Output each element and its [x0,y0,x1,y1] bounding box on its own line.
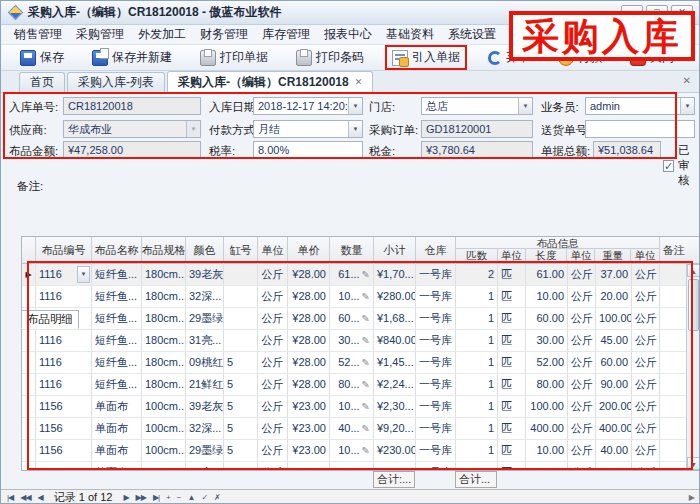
cell-11[interactable]: 匹 [498,308,526,329]
cell-0[interactable]: 1116▼ [36,264,92,285]
cell-15[interactable]: 公斤 [632,440,660,461]
scrollbar-thumb[interactable] [688,279,699,331]
cell-2[interactable]: 180cm... [142,308,186,329]
cell-11[interactable]: 匹 [498,462,526,470]
cell-16[interactable] [660,264,688,285]
cell-2[interactable]: 100... [142,462,186,470]
cell-11[interactable]: 匹 [498,418,526,439]
save-button[interactable]: 保存 [13,45,71,70]
tab-1[interactable]: 采购入库-列表 [67,72,165,92]
cell-3[interactable]: 21鲜红 [186,374,224,395]
cell-15[interactable]: 公斤 [632,396,660,417]
cell-12[interactable]: 61.00 [526,264,568,285]
cell-1[interactable]: 短纤鱼... [92,286,142,307]
grid-header-col-6[interactable]: 单价 [288,237,330,264]
form-field-1-2[interactable]: GD18120001 [421,120,533,138]
nav-edit-button[interactable]: ▲ [187,493,194,502]
cell-7[interactable]: 40...✎ [330,418,374,439]
grid-header-col-10[interactable]: 匹数 [456,249,498,263]
cell-9[interactable]: 一号库 [416,396,456,417]
cell-5[interactable]: 公斤 [258,396,288,417]
dropdown-arrow-icon[interactable]: ▼ [518,98,532,114]
cell-13[interactable]: 公斤 [568,264,596,285]
cell-0[interactable]: 1116 [36,374,92,395]
cell-10[interactable]: 1 [456,462,498,470]
grid-header-col-9[interactable]: 仓库 [416,237,456,264]
cell-8[interactable]: ¥1,68... [374,308,416,329]
grid-header-col-5[interactable]: 单位 [258,237,288,264]
cell-16[interactable] [660,440,688,461]
cell-10[interactable]: 1 [456,308,498,329]
cell-16[interactable] [660,330,688,351]
grid-header-col-7[interactable]: 数量 [330,237,374,264]
grid-vertical-scrollbar[interactable]: ▲ ▼ [686,264,700,470]
cell-9[interactable]: 一号库 [416,462,456,470]
cell-15[interactable]: 公斤 [632,352,660,373]
nav-next-button[interactable]: ▶ [123,493,128,502]
form-field-1-0[interactable]: 华成布业▼ [63,120,201,138]
dropdown-arrow-icon[interactable]: ▼ [348,121,362,137]
cell-16[interactable] [660,396,688,417]
cell-0[interactable]: 1156 [36,396,92,417]
pencil-icon[interactable]: ✎ [362,423,370,434]
cell-14[interactable]: 90.00 [596,374,632,395]
cell-5[interactable]: 公斤 [258,286,288,307]
cell-7[interactable]: 60...✎ [330,308,374,329]
cell-1[interactable]: 短纤鱼... [92,374,142,395]
cell-dropdown-icon[interactable]: ▼ [77,266,90,283]
nav-last-button[interactable]: ▶| [153,493,159,502]
cell-14[interactable]: 40.00 [596,440,632,461]
cell-14[interactable]: 400.00 [596,418,632,439]
cell-2[interactable]: 100cm... [142,418,186,439]
grid-header-col-16[interactable]: 备注 [660,237,688,264]
cell-4[interactable]: 5 [224,418,258,439]
cell-6[interactable]: ¥28.00 [288,374,330,395]
cell-11[interactable]: 匹 [498,330,526,351]
cell-15[interactable]: 公斤 [632,374,660,395]
cell-4[interactable]: 5 [224,352,258,373]
cell-10[interactable]: 1 [456,286,498,307]
cell-8[interactable]: ¥2,30... [374,396,416,417]
cell-1[interactable]: 单面布 [92,396,142,417]
cell-5[interactable]: 公斤 [258,352,288,373]
cell-2[interactable]: 100cm... [142,396,186,417]
cell-6[interactable]: ¥28.00 [288,330,330,351]
grid-header-col-11[interactable]: 单位 [498,249,526,263]
cell-15[interactable]: 公斤 [632,286,660,307]
cell-5[interactable]: 公斤 [258,308,288,329]
cell-7[interactable]: 60...✎ [330,462,374,470]
cell-13[interactable]: 公斤 [568,308,596,329]
cell-2[interactable]: 180cm... [142,374,186,395]
form-field-2-0[interactable]: ¥47,258.00 [63,141,201,159]
pencil-icon[interactable]: ✎ [362,335,370,346]
menu-item-4[interactable]: 库存管理 [255,26,317,43]
cell-14[interactable]: 100.00 [596,308,632,329]
grid-header-col-14[interactable]: 重量 [595,249,631,263]
cell-1[interactable]: 单面布 [92,418,142,439]
nav-prev-button[interactable]: ◀ [38,493,43,502]
cell-12[interactable]: 100.00 [526,396,568,417]
nav-prev-page-button[interactable]: ◀◀ [20,493,30,502]
form-field-0-3[interactable]: admin▼ [585,97,695,115]
cell-16[interactable] [660,418,688,439]
cell-4[interactable]: 5 [224,396,258,417]
pencil-icon[interactable]: ✎ [362,445,370,456]
cell-5[interactable]: 公斤 [258,374,288,395]
cell-1[interactable]: 短纤鱼... [92,352,142,373]
menu-item-3[interactable]: 财务管理 [193,26,255,43]
cell-3[interactable]: 32深... [186,418,224,439]
cell-4[interactable] [224,330,258,351]
nav-cancel-button[interactable]: ✗ [214,493,220,502]
menu-item-5[interactable]: 报表中心 [317,26,379,43]
cell-6[interactable]: ¥28.00 [288,308,330,329]
scroll-up-icon[interactable]: ▲ [687,264,700,277]
cell-9[interactable]: 一号库 [416,286,456,307]
cell-8[interactable]: ¥9,20... [374,418,416,439]
cell-16[interactable] [660,352,688,373]
form-field-0-2[interactable]: 总店▼ [421,97,533,115]
cell-15[interactable]: 公斤 [632,462,660,470]
cell-13[interactable]: 公斤 [568,352,596,373]
cell-13[interactable]: 公斤 [568,286,596,307]
cell-9[interactable]: 一号库 [416,308,456,329]
cell-10[interactable]: 1 [456,330,498,351]
